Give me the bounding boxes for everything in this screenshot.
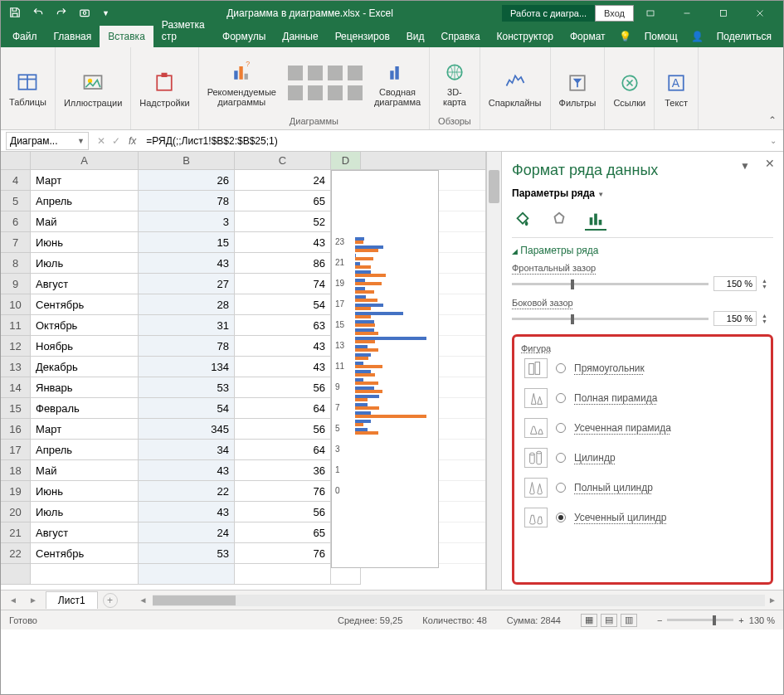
scatter-chart-icon[interactable] xyxy=(308,85,323,100)
cell[interactable]: Сентябрь xyxy=(31,294,139,315)
cell[interactable]: 24 xyxy=(235,170,331,191)
cell[interactable]: Август xyxy=(31,522,139,543)
shape-option-partial-pyramid[interactable]: Усеченная пирамида xyxy=(521,413,764,443)
share-button[interactable]: Поделиться xyxy=(709,26,780,47)
shape-radio[interactable] xyxy=(556,483,566,493)
tables-button[interactable]: Таблицы xyxy=(9,69,46,107)
fill-line-icon[interactable] xyxy=(512,209,533,231)
tab-nav-prev[interactable]: ◄ xyxy=(6,595,21,605)
line-chart-icon[interactable] xyxy=(308,66,323,80)
cell[interactable]: 64 xyxy=(235,398,331,419)
tab-format[interactable]: Формат xyxy=(562,26,614,47)
area-chart-icon[interactable] xyxy=(288,85,303,100)
cell[interactable]: Июль xyxy=(31,502,139,522)
recommended-charts-button[interactable]: ?Рекомендуемые диаграммы xyxy=(207,59,276,107)
undo-icon[interactable] xyxy=(32,7,44,21)
col-header-b[interactable]: B xyxy=(139,152,235,170)
cancel-formula-icon[interactable]: ✕ xyxy=(94,135,109,147)
cell[interactable]: 43 xyxy=(235,357,331,377)
tab-help[interactable]: Справка xyxy=(432,26,488,47)
pane-options-icon[interactable]: ▼ xyxy=(740,160,750,172)
filters-button[interactable]: Фильтры xyxy=(559,70,597,108)
row-header[interactable]: 20 xyxy=(1,502,31,522)
close-pane-icon[interactable]: ✕ xyxy=(765,157,775,170)
series-options-icon[interactable] xyxy=(585,209,606,231)
text-button[interactable]: AТекст xyxy=(663,70,689,108)
front-gap-value[interactable]: 150 % xyxy=(713,276,757,291)
cell[interactable]: Февраль xyxy=(31,398,139,419)
shape-option-box[interactable]: Прямоугольник xyxy=(521,353,764,383)
cell[interactable]: 56 xyxy=(235,377,331,398)
tab-nav-next[interactable]: ► xyxy=(26,595,41,605)
shape-radio[interactable] xyxy=(556,453,566,463)
cell[interactable]: Май xyxy=(31,211,139,232)
cell[interactable]: 43 xyxy=(139,502,235,522)
row-header[interactable]: 19 xyxy=(1,481,31,502)
share-icon[interactable]: 👤 xyxy=(686,26,709,47)
cell[interactable]: 34 xyxy=(139,440,235,460)
name-box[interactable]: Диаграм...▼ xyxy=(6,132,89,150)
row-header[interactable]: 10 xyxy=(1,294,31,315)
camera-icon[interactable] xyxy=(79,7,90,21)
cell[interactable]: 76 xyxy=(235,543,331,564)
cell[interactable]: Декабрь xyxy=(31,357,139,377)
shape-radio[interactable] xyxy=(556,513,566,522)
cell[interactable]: 86 xyxy=(235,253,331,274)
tab-view[interactable]: Вид xyxy=(398,26,433,47)
cell[interactable]: Август xyxy=(31,274,139,294)
cell[interactable]: 43 xyxy=(139,253,235,274)
side-gap-slider[interactable] xyxy=(512,318,709,320)
cell[interactable]: Июль xyxy=(31,253,139,274)
row-header[interactable]: 11 xyxy=(1,315,31,336)
cell[interactable]: 53 xyxy=(139,377,235,398)
cell[interactable]: 74 xyxy=(235,274,331,294)
cell[interactable]: 22 xyxy=(139,481,235,502)
row-header[interactable]: 17 xyxy=(1,440,31,460)
zoom-out-button[interactable]: − xyxy=(657,615,662,625)
shape-radio[interactable] xyxy=(556,363,566,373)
cell[interactable]: Май xyxy=(31,460,139,481)
save-icon[interactable] xyxy=(9,7,21,21)
chart-types-gallery[interactable] xyxy=(288,66,363,100)
tab-layout[interactable]: Разметка стр xyxy=(153,14,214,47)
side-gap-value[interactable]: 150 % xyxy=(713,311,757,326)
cell[interactable]: Март xyxy=(31,419,139,440)
zoom-in-button[interactable]: + xyxy=(738,615,743,625)
cell[interactable]: 15 xyxy=(139,232,235,253)
cell[interactable]: 76 xyxy=(235,481,331,502)
row-header[interactable]: 9 xyxy=(1,274,31,294)
pie-chart-icon[interactable] xyxy=(328,66,343,80)
illustrations-button[interactable]: Иллюстрации xyxy=(64,70,122,108)
sheet-tab-1[interactable]: Лист1 xyxy=(46,591,98,609)
zoom-slider[interactable] xyxy=(667,619,733,621)
worksheet-grid[interactable]: 4Март26245Апрель78656Май3527Июнь15438Июл… xyxy=(1,170,485,590)
redo-icon[interactable] xyxy=(56,7,67,21)
cell[interactable]: 65 xyxy=(235,522,331,543)
shape-option-partial-cone[interactable]: Усеченный цилиндр xyxy=(521,503,764,532)
shape-radio[interactable] xyxy=(556,393,566,403)
page-break-view-icon[interactable]: ▥ xyxy=(621,614,637,627)
row-header[interactable]: 8 xyxy=(1,253,31,274)
shape-radio[interactable] xyxy=(556,423,566,433)
cell[interactable]: 43 xyxy=(235,336,331,357)
formula-expand-icon[interactable]: ⌄ xyxy=(763,136,783,145)
col-header-c[interactable]: C xyxy=(235,152,331,170)
section-header[interactable]: ◢ Параметры ряда xyxy=(512,238,773,260)
tab-file[interactable]: Файл xyxy=(4,26,46,47)
front-gap-slider[interactable] xyxy=(512,283,709,285)
cell[interactable]: Октябрь xyxy=(31,315,139,336)
effects-icon[interactable] xyxy=(548,209,570,231)
cell[interactable]: 56 xyxy=(235,502,331,522)
row-header[interactable]: 14 xyxy=(1,377,31,398)
sparklines-button[interactable]: Спарклайны xyxy=(489,70,542,108)
cell[interactable]: 31 xyxy=(139,315,235,336)
maximize-button[interactable] xyxy=(707,1,740,26)
side-gap-spinner[interactable]: ▲▼ xyxy=(762,313,773,324)
cell[interactable]: 345 xyxy=(139,419,235,440)
cell[interactable]: Июнь xyxy=(31,232,139,253)
tellme-icon[interactable]: 💡 xyxy=(614,26,636,47)
cell[interactable]: Апрель xyxy=(31,191,139,211)
row-header[interactable]: 7 xyxy=(1,232,31,253)
row-header[interactable]: 21 xyxy=(1,522,31,543)
cell[interactable]: 53 xyxy=(139,543,235,564)
